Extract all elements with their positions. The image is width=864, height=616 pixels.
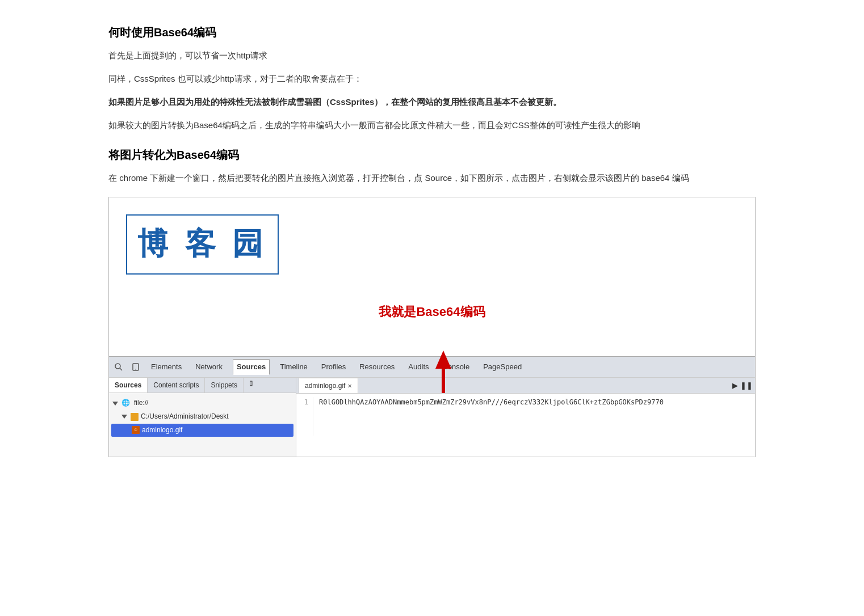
- pause-icon[interactable]: ❚❚: [740, 379, 753, 392]
- device-icon[interactable]: [131, 362, 141, 372]
- section1-title: 何时使用Base64编码: [108, 23, 756, 42]
- browser-top: 博 客 园 我就是Base64编码: [109, 197, 755, 356]
- tab-audits[interactable]: Audits: [405, 360, 432, 374]
- root-globe-icon: 🌐: [121, 397, 130, 410]
- tab-profiles[interactable]: Profiles: [318, 360, 349, 374]
- root-expand-icon: [112, 402, 118, 406]
- svg-line-3: [120, 368, 122, 370]
- logo-text: 博 客 园: [126, 214, 279, 275]
- para2: 同样，CssSprites 也可以减少http请求，对于二者的取舍要点在于：: [108, 71, 756, 86]
- code-tab-file[interactable]: adminlogo.gif ✕: [299, 378, 358, 393]
- page-wrapper: 何时使用Base64编码 首先是上面提到的，可以节省一次http请求 同样，Cs…: [91, 0, 773, 469]
- para1: 首先是上面提到的，可以节省一次http请求: [108, 48, 756, 63]
- code-line-content: R0lGODlhhQAzAOYAADNmmebm5pmZmWZmZr29vVx8…: [313, 397, 755, 436]
- sources-tab-bar: Sources Content scripts Snippets ▯: [109, 378, 296, 393]
- file-tree-root[interactable]: 🌐 file://: [111, 396, 293, 410]
- search-icon[interactable]: [114, 362, 124, 372]
- file-label: adminlogo.gif: [142, 424, 182, 437]
- line-num-1: 1: [304, 398, 308, 406]
- left-panel-icon[interactable]: ▯: [246, 378, 256, 388]
- sources-tab-snippets[interactable]: Snippets: [205, 378, 244, 393]
- logo-area: 博 客 园: [126, 214, 279, 275]
- sources-code-panel: adminlogo.gif ✕ ▶ ❚❚ 1 R0lGODlhhQAzAOYAA…: [296, 378, 755, 457]
- tab-timeline[interactable]: Timeline: [276, 360, 311, 374]
- play-icon[interactable]: ▶: [732, 379, 738, 392]
- img-file-icon: ☺: [132, 426, 140, 434]
- code-tab-filename: adminlogo.gif: [305, 380, 345, 391]
- tab-pagespeed[interactable]: PageSpeed: [480, 360, 525, 374]
- sources-sidebar: Sources Content scripts Snippets ▯ 🌐 fil…: [109, 378, 296, 457]
- svg-rect-0: [442, 368, 445, 393]
- tab-network[interactable]: Network: [192, 360, 226, 374]
- sources-tab-content-scripts[interactable]: Content scripts: [148, 378, 205, 393]
- tab-sources[interactable]: Sources: [233, 359, 270, 375]
- code-content-area: 1 R0lGODlhhQAzAOYAADNmmebm5pmZmWZmZr29vV…: [296, 394, 755, 439]
- svg-marker-1: [435, 351, 451, 369]
- root-label: file://: [134, 397, 148, 410]
- svg-point-5: [135, 369, 136, 369]
- folder-label: C:/Users/Administrator/Deskt: [141, 411, 229, 423]
- bold-para: 如果图片足够小且因为用处的特殊性无法被制作成雪碧图（CssSprites），在整…: [108, 94, 756, 109]
- line-numbers: 1: [296, 397, 313, 436]
- svg-point-2: [115, 364, 120, 369]
- base64-label: 我就是Base64编码: [379, 301, 485, 322]
- tab-resources[interactable]: Resources: [356, 360, 398, 374]
- tab-elements[interactable]: Elements: [148, 360, 185, 374]
- folder-icon: [131, 413, 139, 421]
- code-tab-bar: adminlogo.gif ✕ ▶ ❚❚: [296, 378, 755, 394]
- file-tree-folder[interactable]: C:/Users/Administrator/Deskt: [111, 410, 293, 424]
- code-tab-close-icon[interactable]: ✕: [347, 381, 352, 391]
- arrow-svg: [432, 351, 455, 396]
- folder-expand-icon: [121, 415, 127, 419]
- para3: 如果较大的图片转换为Base64编码之后，生成的字符串编码大小一般而言都会比原文…: [108, 117, 756, 133]
- file-tree: 🌐 file:// C:/Users/Administrator/Deskt ☺…: [109, 393, 296, 440]
- code-tab-right-controls: ▶ ❚❚: [732, 379, 753, 392]
- sources-tab-sources[interactable]: Sources: [109, 378, 148, 393]
- browser-screenshot: 博 客 园 我就是Base64编码: [108, 197, 756, 457]
- file-tree-file[interactable]: ☺ adminlogo.gif: [111, 424, 293, 437]
- para4: 在 chrome 下新建一个窗口，然后把要转化的图片直接拖入浏览器，打开控制台，…: [108, 170, 756, 185]
- section2-title: 将图片转化为Base64编码: [108, 145, 756, 164]
